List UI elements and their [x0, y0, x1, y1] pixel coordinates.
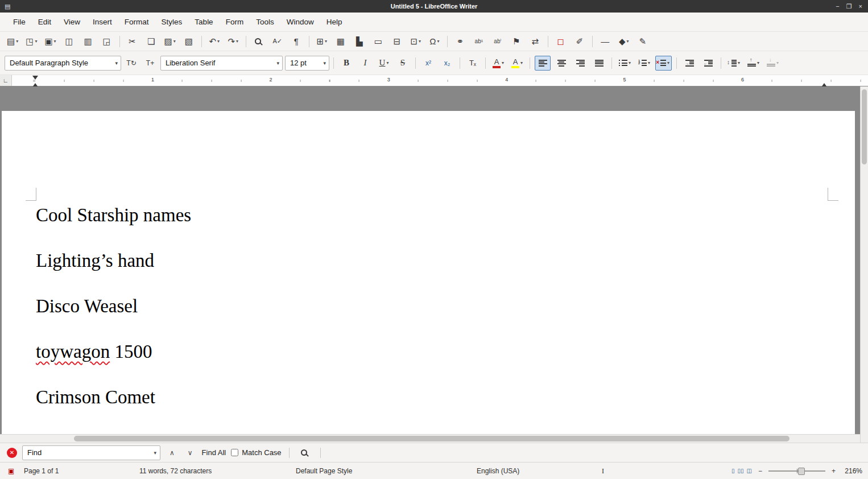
underline-dropdown-icon[interactable]: ▾	[386, 60, 388, 65]
close-icon[interactable]: ×	[859, 0, 862, 13]
basic-shapes-dropdown-icon[interactable]: ▾	[627, 39, 629, 44]
update-style-button[interactable]: T↻	[123, 56, 139, 71]
italic-button[interactable]: I	[357, 56, 373, 71]
print-preview-button[interactable]: ◲	[99, 34, 115, 49]
chevron-down-icon[interactable]: ▾	[320, 60, 326, 66]
menu-table[interactable]: Table	[188, 15, 219, 28]
font-name-combobox[interactable]: Liberation Serif ▾	[160, 56, 283, 71]
insert-endnote-button[interactable]: abⁱ	[490, 34, 506, 49]
multi-page-view-icon[interactable]: ▯▯	[738, 468, 744, 474]
new-document-dropdown-icon[interactable]: ▾	[16, 39, 18, 44]
align-right-button[interactable]	[572, 56, 588, 71]
subscript-button[interactable]: x₂	[439, 56, 455, 71]
vertical-scrollbar[interactable]	[860, 86, 868, 443]
find-next-button[interactable]: ∨	[184, 449, 197, 457]
align-center-button[interactable]	[553, 56, 569, 71]
align-left-button[interactable]	[535, 56, 551, 71]
unordered-list-dropdown-icon[interactable]: ▾	[629, 60, 631, 65]
insert-hyperlink-button[interactable]: ⚭	[452, 34, 468, 49]
redo-dropdown-icon[interactable]: ▾	[236, 39, 238, 44]
increase-indent-button[interactable]	[681, 56, 697, 71]
insert-table-dropdown-icon[interactable]: ▾	[325, 39, 327, 44]
insert-field-dropdown-icon[interactable]: ▾	[419, 39, 421, 44]
zoom-slider[interactable]	[768, 470, 825, 472]
new-document-button[interactable]: ▤▾	[5, 34, 20, 49]
paragraph-style-combobox[interactable]: Default Paragraph Style ▾	[5, 56, 121, 71]
menu-form[interactable]: Form	[220, 15, 250, 28]
clone-formatting-button[interactable]: ▧	[181, 34, 197, 49]
clear-formatting-button[interactable]: Tₓ	[465, 56, 481, 71]
para-space-increase-button[interactable]: ▾	[745, 56, 762, 71]
open-button[interactable]: ◳▾	[23, 34, 39, 49]
basic-shapes-button[interactable]: ◆▾	[616, 34, 632, 49]
para-space-increase-dropdown-icon[interactable]: ▾	[757, 60, 759, 65]
text-run[interactable]: Disco Weasel	[36, 296, 138, 316]
find-and-replace-button[interactable]	[251, 34, 267, 49]
para-space-decrease-button[interactable]: ▾	[764, 56, 781, 71]
zoom-slider-thumb[interactable]	[798, 468, 805, 475]
restore-icon[interactable]: ❐	[846, 0, 852, 13]
menu-insert[interactable]: Insert	[86, 15, 118, 28]
open-dropdown-icon[interactable]: ▾	[35, 39, 37, 44]
insert-footnote-button[interactable]: ab¹	[471, 34, 487, 49]
insert-special-character-dropdown-icon[interactable]: ▾	[437, 39, 439, 44]
page-number-status[interactable]: Page 1 of 1	[24, 467, 59, 475]
menu-format[interactable]: Format	[118, 15, 155, 28]
page-style-status[interactable]: Default Page Style	[296, 467, 352, 475]
insert-textbox-button[interactable]: ▭	[370, 34, 386, 49]
save-dropdown-icon[interactable]: ▾	[54, 39, 56, 44]
zoom-percentage[interactable]: 216%	[842, 467, 862, 475]
ordered-list-dropdown-icon[interactable]: ▾	[648, 60, 650, 65]
find-input[interactable]	[26, 448, 154, 457]
font-size-combobox[interactable]: 12 pt ▾	[285, 56, 329, 71]
menu-file[interactable]: File	[7, 15, 32, 28]
insert-special-character-button[interactable]: Ω▾	[427, 34, 443, 49]
highlight-color-button[interactable]: A▾	[509, 56, 525, 71]
page[interactable]: Cool Starship namesLighting’s handDisco …	[2, 111, 855, 434]
paragraph[interactable]: Cool Starship names	[36, 205, 855, 225]
insert-image-button[interactable]: ▦	[333, 34, 349, 49]
find-previous-button[interactable]: ∧	[166, 449, 179, 457]
match-case-checkbox[interactable]	[231, 449, 238, 456]
text-block[interactable]: Cool Starship namesLighting’s handDisco …	[2, 111, 855, 407]
horizontal-scrollbar-thumb[interactable]	[74, 436, 790, 441]
menu-styles[interactable]: Styles	[155, 15, 189, 28]
menu-window[interactable]: Window	[280, 15, 320, 28]
language-status[interactable]: English (USA)	[477, 467, 519, 475]
zoom-in-button[interactable]: +	[830, 467, 837, 475]
paragraph[interactable]: Crimson Comet	[36, 387, 855, 407]
para-space-decrease-dropdown-icon[interactable]: ▾	[776, 60, 779, 65]
undo-button[interactable]: ↶▾	[206, 34, 222, 49]
text-run[interactable]: Crimson Comet	[36, 387, 155, 407]
vertical-scrollbar-thumb[interactable]	[862, 89, 867, 164]
menu-tools[interactable]: Tools	[250, 15, 280, 28]
word-count-status[interactable]: 11 words, 72 characters	[139, 467, 212, 475]
no-list-dropdown-icon[interactable]: ▾	[667, 60, 669, 65]
paste-button[interactable]: ▨▾	[162, 34, 178, 49]
text-run[interactable]: Lighting’s hand	[36, 250, 154, 271]
insert-bookmark-button[interactable]: ⚑	[509, 34, 524, 49]
export-pdf-button[interactable]: ◫	[61, 34, 77, 49]
menu-help[interactable]: Help	[320, 15, 349, 28]
unordered-list-button[interactable]: ▾	[617, 56, 633, 71]
horizontal-ruler[interactable]: ∟ 123456	[0, 75, 868, 86]
redo-button[interactable]: ↷▾	[225, 34, 241, 49]
justify-button[interactable]	[591, 56, 607, 71]
ordered-list-button[interactable]: ▾	[636, 56, 652, 71]
font-color-button[interactable]: A▾	[490, 56, 506, 71]
undo-dropdown-icon[interactable]: ▾	[217, 39, 220, 44]
highlight-color-dropdown-icon[interactable]: ▾	[520, 60, 523, 65]
line-spacing-dropdown-icon[interactable]: ▾	[738, 60, 740, 65]
superscript-button[interactable]: x²	[420, 56, 436, 71]
paragraph[interactable]: Lighting’s hand	[36, 251, 855, 270]
tab-stop-selector[interactable]: ∟	[0, 75, 12, 86]
misspelled-word[interactable]: toywagon	[36, 341, 110, 362]
paste-dropdown-icon[interactable]: ▾	[173, 39, 176, 44]
zoom-out-button[interactable]: −	[757, 467, 763, 475]
chevron-down-icon[interactable]: ▾	[154, 450, 156, 456]
book-view-icon[interactable]: ◫	[747, 468, 752, 474]
decrease-indent-button[interactable]	[700, 56, 716, 71]
underline-button[interactable]: U▾	[376, 56, 392, 71]
menu-view[interactable]: View	[57, 15, 86, 28]
insert-field-button[interactable]: ⊡▾	[408, 34, 424, 49]
